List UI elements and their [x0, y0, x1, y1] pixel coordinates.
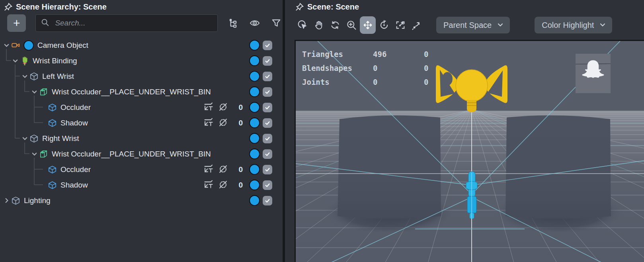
scene-hierarchy-header: Scene Hierarchy: Scene — [0, 0, 283, 13]
pan-tool-button[interactable] — [311, 16, 327, 34]
tree-row-lighting[interactable]: Lighting — [0, 193, 283, 208]
tree-row-label: Shadow — [60, 181, 88, 190]
tree-row-shadow[interactable]: Shadow 0 — [0, 177, 283, 193]
tree-view-icon[interactable] — [226, 16, 239, 30]
render-layer-icon[interactable] — [203, 117, 214, 129]
visibility-checkbox[interactable] — [263, 118, 272, 128]
tree-row-left-wrist[interactable]: Left Wrist — [0, 68, 283, 84]
chevron-down-icon[interactable] — [11, 57, 19, 65]
search-box[interactable] — [35, 14, 218, 32]
visibility-checkbox[interactable] — [263, 149, 272, 159]
viewport-stats: Triangles 496 0 Blendshapes 0 0 Joints 0… — [302, 47, 428, 89]
chevron-down-icon — [497, 21, 503, 30]
no-material-icon[interactable] — [218, 163, 228, 176]
visibility-checkbox[interactable] — [263, 41, 272, 50]
enabled-toggle-dot[interactable] — [249, 102, 260, 113]
enabled-toggle-dot[interactable] — [249, 117, 260, 128]
select-tool-button[interactable] — [295, 16, 310, 34]
tree-row-camera-object[interactable]: Camera Object — [0, 37, 283, 53]
stat-value: 0 — [373, 61, 424, 75]
enabled-toggle-dot[interactable] — [249, 55, 260, 66]
tree-row-label: Left Wrist — [42, 72, 74, 81]
snapcode-plane[interactable] — [576, 54, 611, 93]
enabled-toggle-dot[interactable] — [249, 133, 260, 144]
tree-row-label: Wrist Occluder__PLACE_UNDER_WRIST_BIN — [52, 150, 211, 158]
scale-tool-button[interactable] — [392, 16, 408, 34]
tree-row-wrist-binding[interactable]: Wrist Binding — [0, 53, 283, 68]
tree-row-label: Occluder — [60, 165, 91, 174]
viewport-3d[interactable]: Triangles 496 0 Blendshapes 0 0 Joints 0… — [295, 40, 644, 262]
tree-row-label: Wrist Occluder__PLACE_UNDER_WRIST_BIN — [52, 88, 211, 96]
enabled-toggle-dot[interactable] — [249, 149, 260, 159]
visibility-checkbox[interactable] — [263, 180, 272, 190]
orbit-tool-button[interactable] — [327, 16, 343, 34]
stats-row: Joints 0 0 — [302, 75, 428, 89]
visibility-checkbox[interactable] — [263, 196, 272, 205]
visibility-checkbox[interactable] — [263, 87, 272, 97]
tree-row-wrist-occluder-right[interactable]: Wrist Occluder__PLACE_UNDER_WRIST_BIN — [0, 146, 283, 162]
enabled-toggle-dot[interactable] — [249, 71, 260, 82]
chevron-down-icon[interactable] — [2, 41, 10, 49]
tree-row-label: Occluder — [60, 103, 91, 112]
chevron-down-icon[interactable] — [30, 150, 38, 158]
cube-icon — [11, 196, 20, 205]
visibility-checkbox[interactable] — [263, 72, 272, 81]
render-order-value: 0 — [232, 103, 243, 112]
panel-title: Scene Hierarchy: Scene — [16, 2, 107, 12]
scene-header: Scene: Scene — [285, 0, 644, 13]
chevron-down-icon[interactable] — [21, 72, 29, 80]
render-layer-icon[interactable] — [203, 101, 214, 113]
tree-row-occluder[interactable]: Occluder 0 — [0, 162, 283, 177]
chevron-down-icon[interactable] — [30, 88, 38, 96]
rotate-tool-button[interactable] — [376, 16, 392, 34]
visibility-eye-icon[interactable] — [248, 16, 261, 30]
render-layer-icon[interactable] — [203, 163, 214, 176]
space-dropdown[interactable]: Parent Space — [436, 17, 510, 33]
tree-row-right-wrist[interactable]: Right Wrist — [0, 131, 283, 146]
visibility-checkbox[interactable] — [263, 165, 272, 174]
highlight-dropdown[interactable]: Color Highlight — [535, 17, 612, 33]
render-layer-icon[interactable] — [203, 179, 214, 191]
zoom-tool-button[interactable] — [343, 16, 359, 34]
enabled-toggle-dot[interactable] — [249, 86, 260, 97]
scene-hierarchy-panel: Scene Hierarchy: Scene + — [0, 0, 283, 262]
blue-cube-icon — [48, 165, 57, 174]
tree-row-label: Wrist Binding — [33, 57, 77, 65]
right-occluder-box[interactable] — [493, 115, 624, 234]
hand-icon — [20, 56, 29, 65]
scene-viewport-panel: Scene: Scene Parent Space — [285, 0, 644, 262]
tree-row-occluder[interactable]: Occluder 0 — [0, 100, 283, 115]
add-object-button[interactable]: + — [7, 14, 26, 32]
stats-row: Blendshapes 0 0 — [302, 61, 428, 75]
chevron-right-icon[interactable] — [2, 197, 10, 205]
visibility-checkbox[interactable] — [263, 134, 272, 143]
filter-icon[interactable] — [270, 16, 283, 30]
search-input[interactable] — [54, 18, 213, 28]
tree-row-shadow[interactable]: Shadow 0 — [0, 115, 283, 131]
no-material-icon[interactable] — [218, 179, 228, 191]
no-material-icon[interactable] — [218, 101, 228, 113]
stat-value: 0 — [424, 75, 428, 89]
enabled-toggle-dot[interactable] — [249, 180, 260, 190]
no-material-icon[interactable] — [218, 117, 228, 129]
hierarchy-tree: Camera Object Wrist Binding — [0, 37, 283, 262]
enabled-toggle-dot[interactable] — [249, 164, 260, 175]
left-occluder-box[interactable] — [324, 115, 455, 234]
move-tool-button[interactable] — [360, 16, 376, 34]
blue-cube-icon — [48, 180, 57, 190]
blue-cube-icon — [48, 103, 57, 112]
camera-icon — [11, 41, 20, 50]
mesh-box-icon — [39, 87, 48, 96]
visibility-checkbox[interactable] — [263, 56, 272, 66]
cube-icon — [29, 134, 39, 143]
stat-value: 0 — [424, 47, 428, 61]
mesh-box-icon — [39, 149, 48, 158]
enabled-toggle-dot[interactable] — [249, 195, 260, 206]
tree-row-wrist-occluder-left[interactable]: Wrist Occluder__PLACE_UNDER_WRIST_BIN — [0, 84, 283, 100]
pin-icon[interactable] — [295, 2, 304, 11]
enabled-toggle-dot[interactable] — [249, 40, 260, 51]
pin-icon[interactable] — [4, 2, 13, 11]
visibility-checkbox[interactable] — [263, 103, 272, 112]
chevron-down-icon[interactable] — [21, 135, 29, 143]
transform-tool-button[interactable] — [409, 16, 425, 34]
